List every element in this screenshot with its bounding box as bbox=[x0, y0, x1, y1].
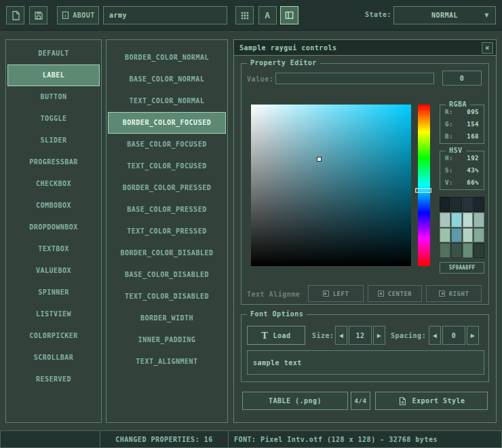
spacing-value: 0 bbox=[452, 332, 457, 339]
controls-list-item[interactable]: TOGGLE bbox=[6, 108, 101, 130]
spacing-label: Spacing: bbox=[391, 332, 426, 339]
spacing-value-box[interactable]: 0 bbox=[442, 326, 465, 345]
color-swatch[interactable] bbox=[440, 243, 450, 258]
text-tool-button[interactable]: A bbox=[258, 6, 277, 24]
hex-value-box[interactable]: 5F9AA8FF bbox=[440, 262, 484, 274]
properties-list-item[interactable]: BORDER_WIDTH bbox=[107, 307, 227, 329]
color-swatch[interactable] bbox=[474, 243, 484, 258]
color-swatch[interactable] bbox=[440, 197, 450, 212]
properties-list-item[interactable]: TEXT_ALIGNMENT bbox=[107, 351, 227, 373]
color-cursor[interactable] bbox=[317, 157, 322, 162]
properties-list-item[interactable]: BORDER_COLOR_NORMAL bbox=[107, 47, 227, 69]
new-file-button[interactable] bbox=[6, 6, 24, 24]
controls-list-item[interactable]: TEXTBOX bbox=[6, 238, 101, 260]
color-swatch[interactable] bbox=[440, 228, 450, 243]
properties-list-item[interactable]: BASE_COLOR_PRESSED bbox=[107, 199, 227, 221]
hue-slider-handle[interactable] bbox=[415, 188, 431, 193]
rgba-title: RGBA bbox=[446, 100, 470, 108]
controls-list-item[interactable]: RESERVED bbox=[6, 369, 101, 390]
color-swatch[interactable] bbox=[474, 197, 484, 212]
color-swatch[interactable] bbox=[474, 212, 484, 227]
sample-text-box[interactable]: sample text bbox=[247, 350, 484, 375]
controls-list-item[interactable]: LISTVIEW bbox=[6, 303, 101, 325]
color-swatch[interactable] bbox=[474, 228, 484, 243]
value-button[interactable]: 0 bbox=[442, 71, 482, 86]
color-swatch[interactable] bbox=[463, 228, 474, 243]
properties-list-item[interactable]: TEXT_COLOR_FOCUSED bbox=[107, 155, 227, 177]
color-swatch[interactable] bbox=[463, 197, 474, 212]
align-right-button[interactable]: RIGHT bbox=[426, 285, 482, 302]
controls-list-item[interactable]: CHECKBOX bbox=[6, 173, 101, 195]
properties-list-item[interactable]: BORDER_COLOR_PRESSED bbox=[107, 177, 227, 199]
color-swatch[interactable] bbox=[463, 212, 474, 227]
panel-icon bbox=[284, 10, 294, 20]
properties-list-item[interactable]: BASE_COLOR_NORMAL bbox=[107, 69, 227, 90]
color-swatch[interactable] bbox=[451, 243, 462, 258]
align-left-button[interactable]: LEFT bbox=[308, 285, 364, 302]
pages-indicator[interactable]: 4/4 bbox=[351, 392, 370, 410]
controls-list-item[interactable]: BUTTON bbox=[6, 86, 101, 108]
save-icon bbox=[33, 10, 44, 21]
state-dropdown[interactable]: NORMAL ▼ bbox=[393, 6, 496, 24]
export-style-button[interactable]: Export Style bbox=[375, 392, 488, 410]
controls-list: DEFAULTLABELBUTTONTOGGLESLIDERPROGRESSBA… bbox=[5, 39, 102, 423]
hsv-s-row: S:43% bbox=[440, 165, 484, 176]
properties-list-item[interactable]: TEXT_COLOR_NORMAL bbox=[107, 90, 227, 112]
color-swatch[interactable] bbox=[451, 197, 462, 212]
controls-list-item[interactable]: COLORPICKER bbox=[6, 325, 101, 347]
controls-list-item[interactable]: DEFAULT bbox=[6, 43, 101, 64]
export-style-label: Export Style bbox=[412, 397, 465, 405]
size-value-box[interactable]: 12 bbox=[349, 326, 372, 345]
font-options-title: Font Options bbox=[247, 310, 307, 318]
controls-list-item[interactable]: LABEL bbox=[7, 64, 100, 86]
controls-list-item[interactable]: VALUEBOX bbox=[6, 260, 101, 282]
controls-list-item[interactable]: SLIDER bbox=[6, 130, 101, 151]
status-bar: CHANGED PROPERTIES: 16 FONT: Pixel Intv.… bbox=[0, 430, 502, 448]
hue-slider[interactable] bbox=[418, 105, 430, 266]
color-swatch[interactable] bbox=[440, 212, 450, 227]
controls-list-item[interactable]: PROGRESSBAR bbox=[6, 151, 101, 173]
color-swatch[interactable] bbox=[463, 243, 474, 258]
size-increment-button[interactable]: ▶ bbox=[373, 326, 385, 345]
properties-list-item[interactable]: BORDER_COLOR_DISABLED bbox=[107, 242, 227, 264]
load-font-button[interactable]: T Load bbox=[247, 326, 305, 345]
color-swatch[interactable] bbox=[451, 212, 462, 227]
properties-list-item[interactable]: INNER_PADDING bbox=[107, 329, 227, 351]
controls-list-item[interactable]: COMBOBOX bbox=[6, 195, 101, 217]
changed-properties-text: CHANGED PROPERTIES: 16 bbox=[115, 436, 212, 443]
controls-list-item[interactable]: DROPDOWNBOX bbox=[6, 217, 101, 238]
save-button[interactable] bbox=[29, 6, 47, 24]
left-arrow-icon: ◀ bbox=[339, 333, 344, 339]
align-left-label: LEFT bbox=[333, 291, 349, 297]
table-export-button[interactable]: TABLE (.png) bbox=[242, 392, 348, 410]
value-input[interactable] bbox=[275, 73, 434, 84]
properties-list-item[interactable]: BASE_COLOR_FOCUSED bbox=[107, 134, 227, 155]
color-gradient-panel[interactable] bbox=[251, 105, 411, 266]
properties-list-item[interactable]: BORDER_COLOR_FOCUSED bbox=[108, 112, 226, 134]
align-center-label: CENTER bbox=[388, 291, 412, 297]
properties-list: BORDER_COLOR_NORMALBASE_COLOR_NORMALTEXT… bbox=[106, 39, 228, 423]
align-center-button[interactable]: CENTER bbox=[368, 285, 422, 302]
controls-list-item[interactable]: SPINNER bbox=[6, 282, 101, 303]
properties-list-item[interactable]: TEXT_COLOR_PRESSED bbox=[107, 221, 227, 242]
spacing-increment-button[interactable]: ▶ bbox=[467, 326, 479, 345]
size-value: 12 bbox=[355, 332, 364, 339]
properties-list-item[interactable]: BASE_COLOR_DISABLED bbox=[107, 264, 227, 286]
letter-a-icon: A bbox=[265, 10, 270, 20]
properties-list-item[interactable]: TEXT_COLOR_DISABLED bbox=[107, 286, 227, 307]
grid-view-button[interactable] bbox=[235, 6, 254, 24]
panel-view-button[interactable] bbox=[280, 6, 298, 24]
close-button[interactable]: × bbox=[482, 42, 493, 54]
window-titlebar[interactable]: Sample raygui controls bbox=[234, 40, 496, 56]
hsv-group: HSV H:192 S:43% V:66% bbox=[440, 151, 484, 190]
info-icon bbox=[61, 11, 70, 20]
property-editor-title: Property Editor bbox=[247, 59, 320, 67]
rgba-group: RGBA R:095 G:154 B:168 bbox=[440, 105, 484, 144]
size-decrement-button[interactable]: ◀ bbox=[335, 326, 347, 345]
color-swatch[interactable] bbox=[451, 228, 462, 243]
spacing-decrement-button[interactable]: ◀ bbox=[429, 326, 441, 345]
style-name-input[interactable] bbox=[103, 6, 227, 24]
about-button[interactable]: ABOUT bbox=[57, 6, 99, 24]
export-icon bbox=[398, 396, 407, 406]
controls-list-item[interactable]: SCROLLBAR bbox=[6, 347, 101, 369]
